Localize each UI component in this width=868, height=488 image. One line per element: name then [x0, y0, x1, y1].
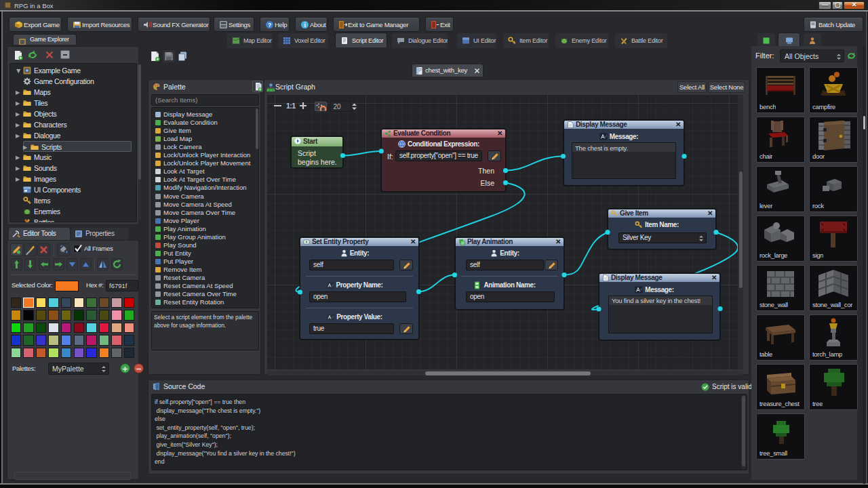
- svg-text:i: i: [304, 22, 305, 28]
- svg-text:?: ?: [268, 22, 271, 28]
